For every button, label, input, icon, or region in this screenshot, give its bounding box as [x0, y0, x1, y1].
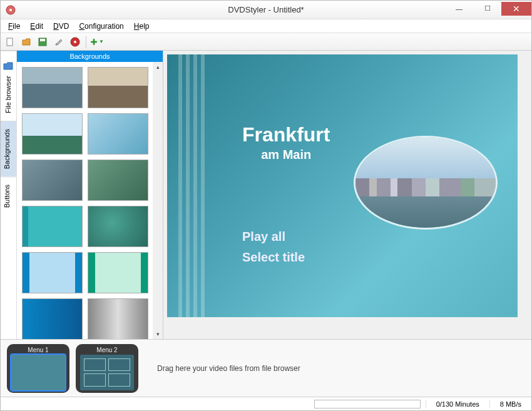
background-thumb[interactable] [22, 67, 83, 108]
select-title-link[interactable]: Select title [242, 250, 305, 265]
dvd-title: Frankfurt [242, 123, 330, 146]
background-thumb[interactable] [88, 252, 148, 293]
folder-icon [3, 61, 13, 71]
titlebar: DVDStyler - Untitled* — ☐ ✕ [1, 1, 531, 19]
backgrounds-grid [17, 62, 153, 339]
save-button[interactable] [36, 35, 49, 49]
svg-rect-2 [7, 38, 13, 46]
tab-file-browser[interactable]: File browser [1, 51, 16, 121]
settings-button[interactable] [52, 35, 66, 49]
maximize-button[interactable]: ☐ [473, 2, 501, 16]
menubar: File Edit DVD Configuration Help [1, 19, 531, 33]
drag-hint: Drag here your video files from file bro… [145, 364, 525, 373]
burn-button[interactable] [68, 35, 82, 49]
preview-pane: Frankfurt am Main Play all Select title [163, 51, 531, 339]
new-button[interactable] [3, 35, 17, 49]
background-thumb[interactable] [88, 206, 148, 247]
window-title: DVDStyler - Untitled* [228, 5, 304, 14]
menu-thumb-2[interactable]: Menu 2 [76, 344, 138, 393]
svg-point-7 [74, 41, 76, 43]
tab-buttons[interactable]: Buttons [1, 176, 16, 215]
dvd-image-oval[interactable] [354, 136, 498, 230]
menu-configuration[interactable]: Configuration [74, 21, 128, 32]
toolbar-separator [86, 36, 86, 48]
minimize-button[interactable]: — [445, 2, 473, 16]
svg-rect-4 [40, 39, 45, 41]
statusbar: 0/130 Minutes 8 MB/s [1, 397, 531, 410]
status-bitrate: 8 MB/s [489, 400, 531, 408]
menu-dvd[interactable]: DVD [48, 21, 74, 32]
background-thumb[interactable] [22, 298, 83, 339]
dvd-menu-links: Play all Select title [242, 230, 305, 271]
dvd-menu-preview[interactable]: Frankfurt am Main Play all Select title [167, 54, 518, 317]
background-thumb[interactable] [22, 160, 83, 201]
dvd-subtitle: am Main [242, 148, 330, 162]
open-button[interactable] [19, 35, 33, 49]
play-all-link[interactable]: Play all [242, 230, 305, 244]
timeline: Menu 1 Menu 2 Drag here your video files… [1, 339, 531, 397]
status-minutes: 0/130 Minutes [426, 400, 489, 408]
svg-point-1 [9, 9, 12, 11]
menu-thumb-label: Menu 2 [96, 347, 117, 353]
menu-edit[interactable]: Edit [25, 21, 48, 32]
menu-file[interactable]: File [3, 21, 25, 32]
decorative-stripes [178, 54, 216, 317]
backgrounds-panel: Backgrounds ▴ ▾ [17, 51, 163, 339]
tab-file-browser-label: File browser [4, 76, 12, 113]
plus-icon [90, 37, 98, 47]
menu-help[interactable]: Help [129, 21, 155, 32]
close-button[interactable]: ✕ [501, 2, 531, 16]
svg-point-5 [56, 43, 58, 45]
side-tabs: File browser Backgrounds Buttons [1, 51, 17, 339]
tab-backgrounds[interactable]: Backgrounds [1, 121, 16, 176]
toolbar: ▼ [1, 33, 531, 51]
background-thumb[interactable] [22, 206, 83, 247]
menu-thumb-preview [80, 355, 134, 390]
scroll-track[interactable] [153, 72, 163, 329]
background-thumb[interactable] [88, 67, 148, 108]
background-thumb[interactable] [88, 298, 148, 339]
app-icon [6, 5, 16, 15]
background-thumb[interactable] [22, 113, 83, 155]
scroll-down-icon[interactable]: ▾ [153, 329, 163, 339]
panel-header: Backgrounds [17, 51, 163, 62]
background-thumb[interactable] [88, 113, 148, 155]
add-button[interactable]: ▼ [90, 35, 104, 49]
chevron-down-icon: ▼ [99, 39, 104, 44]
menu-thumb-label: Menu 1 [28, 347, 48, 353]
menu-thumb-1[interactable]: Menu 1 [7, 344, 69, 393]
progress-bar [314, 400, 421, 408]
scrollbar[interactable]: ▴ ▾ [153, 62, 163, 339]
background-thumb[interactable] [88, 160, 148, 201]
menu-thumb-preview [11, 355, 65, 390]
background-thumb[interactable] [22, 252, 83, 293]
dvd-title-block[interactable]: Frankfurt am Main [242, 123, 330, 162]
scroll-up-icon[interactable]: ▴ [153, 62, 163, 72]
